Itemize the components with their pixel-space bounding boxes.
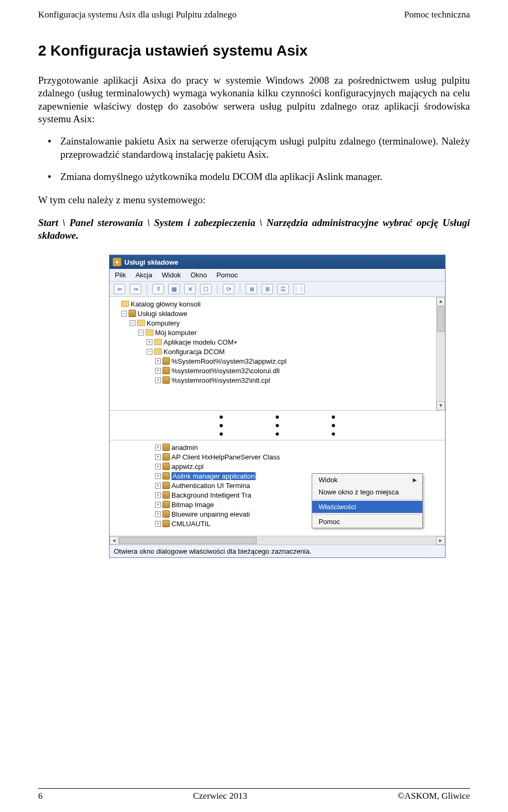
component-icon [162,453,170,461]
scroll-thumb[interactable] [119,537,257,544]
tree-node[interactable]: +appwiz.cpl [155,462,445,471]
tree-node[interactable]: +%systemroot%\system32\intl.cpl [155,375,445,385]
intro-paragraph: Przygotowanie aplikacji Asixa do pracy w… [38,74,470,125]
folder-icon [154,348,162,355]
scroll-down-icon[interactable]: ▼ [437,401,445,410]
expand-icon[interactable]: + [155,473,161,479]
properties-button[interactable]: ☐ [200,284,212,294]
component-icon [162,510,170,518]
context-menu-item[interactable]: Właściwości [312,501,422,513]
page-header: Konfiguracja systemu Asix dla usługi Pul… [0,0,508,22]
tree-node-label: %systemroot%\system32\colorui.dll [171,367,279,375]
tree-node[interactable]: −Usługi składowe [121,309,445,318]
scroll-right-icon[interactable]: ► [436,536,445,545]
tree-node-label: Mój komputer [155,329,197,337]
status-bar: Otwiera okno dialogowe właściwości dla b… [110,545,445,557]
tree-icon[interactable]: ☰ [277,284,289,294]
menu-view[interactable]: Widok [162,271,181,279]
scroll-left-icon[interactable]: ◄ [110,536,119,545]
expand-icon[interactable]: + [155,492,161,498]
collapse-icon[interactable]: − [121,311,127,317]
component-services-window: ✦ Usługi składowe Plik Akcja Widok Okno … [109,255,446,558]
menu-file[interactable]: Plik [115,271,126,279]
expand-icon[interactable]: + [155,511,161,517]
context-menu-item[interactable]: Pomoc [312,516,422,528]
expand-icon[interactable]: + [155,483,161,489]
vertical-scrollbar[interactable]: ▲ ▼ [436,297,445,410]
tree-node[interactable]: +Aplikacje modelu COM+ [147,337,445,347]
menu-window[interactable]: Okno [190,271,207,279]
expand-icon[interactable]: + [155,454,161,460]
component-icon [162,491,170,499]
back-button[interactable]: ⇐ [114,284,125,294]
tree-pane-lower: +anadmin+AP Client HxHelpPaneServer Clas… [110,440,445,536]
window-title: Usługi składowe [124,258,178,266]
page-number: 6 [38,791,43,801]
collapse-icon[interactable]: − [138,330,144,336]
up-button[interactable]: ⇑ [152,284,164,294]
tree-node[interactable]: −Mój komputer [138,328,445,337]
menu-path: Start \ Panel sterowania \ System i zabe… [38,217,470,241]
tree-node[interactable]: −Konfiguracja DCOM [147,347,445,356]
view-button[interactable]: ▦ [168,284,180,294]
expand-icon[interactable]: + [147,339,152,345]
tree-node[interactable]: +anadmin [155,443,445,452]
tree-node-label: Komputery [147,319,180,327]
expand-icon[interactable]: + [155,377,161,383]
expand-icon[interactable]: + [155,445,161,450]
tree-node-label: Usługi składowe [138,310,187,318]
menubar: Plik Akcja Widok Okno Pomoc [110,269,445,282]
context-menu-label: Właściwości [319,503,356,511]
delete-button[interactable]: ✕ [184,284,196,294]
tree-node[interactable]: +%systemroot%\system32\colorui.dll [155,366,445,375]
collapse-icon[interactable]: − [147,349,152,355]
tree-node-label: Bluewire unpairing elevati [171,510,250,518]
scroll-up-icon[interactable]: ▲ [437,297,445,306]
menu-separator [314,499,420,500]
expand-icon[interactable]: + [155,464,161,470]
expand-icon[interactable]: + [155,521,161,527]
details-icon[interactable]: ⋮⋮ [293,284,305,294]
collapse-icon[interactable]: − [130,320,135,326]
context-menu-item[interactable]: Widok▶ [312,474,422,486]
tree-node[interactable]: +%SystemRoot%\system32\appwiz.cpl [155,356,445,366]
tree-node-label: Aslink manager application [171,472,256,480]
list-icon[interactable]: ≣ [261,284,273,294]
lead-paragraph: W tym celu należy z menu systemowego: [38,194,470,206]
forward-button[interactable]: ⇒ [130,284,141,294]
horizontal-scrollbar[interactable]: ◄ ► [110,536,445,545]
context-menu-item[interactable]: Nowe okno z tego miejsca [312,486,422,498]
toolbar-separator [147,284,147,294]
component-icon [162,501,170,508]
component-icon [129,310,136,317]
expand-icon[interactable]: + [155,358,161,364]
tree-node[interactable]: +AP Client HxHelpPaneServer Class [155,452,445,462]
scroll-thumb[interactable] [437,306,444,332]
context-menu: Widok▶Nowe okno z tego miejscaWłaściwośc… [312,473,423,528]
tree-node[interactable]: Katalog główny konsoli [113,299,445,309]
context-menu-label: Widok [319,476,338,484]
refresh-button[interactable]: ⟳ [223,284,234,294]
tree-node-label: appwiz.cpl [171,463,204,471]
app-icon: ✦ [113,258,121,266]
computer-icon[interactable]: 🖥 [246,284,257,294]
context-menu-label: Nowe okno z tego miejsca [319,488,399,496]
tree-node[interactable]: −Komputery [130,318,445,328]
expand-icon[interactable]: + [155,368,161,374]
status-text: Otwiera okno dialogowe właściwości dla b… [114,547,312,555]
bullet-list: Zainstalowanie pakietu Asix na serwerze … [38,135,470,183]
toolbar-separator [217,284,217,294]
folder-icon [137,320,145,326]
path-paragraph: Start \ Panel sterowania \ System i zabe… [38,216,470,242]
expand-icon[interactable]: + [155,502,161,508]
menu-action[interactable]: Akcja [135,271,152,279]
folder-icon [146,329,153,336]
component-icon [162,367,170,374]
component-icon [162,472,170,480]
menu-separator [314,514,420,515]
tree-node-label: Konfiguracja DCOM [164,348,225,356]
menu-help[interactable]: Pomoc [216,271,238,279]
component-icon [162,520,170,527]
tree-node-label: anadmin [171,444,198,452]
tree-node-label: Background Intelligent Tra [171,491,251,499]
